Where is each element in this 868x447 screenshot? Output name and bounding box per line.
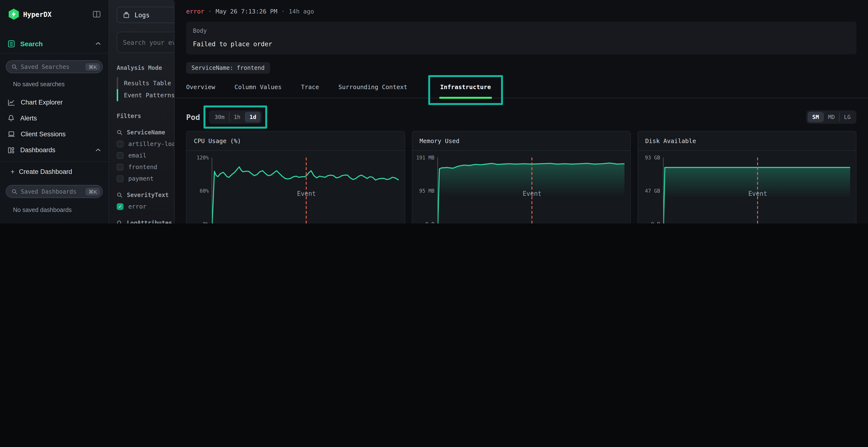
chart-title: CPU Usage (%) [187, 132, 405, 151]
checkbox[interactable] [117, 140, 123, 147]
sidebar-item-label: Alerts [20, 115, 37, 122]
pod-section-title: Pod [186, 112, 200, 122]
sidebar-item-chart-explorer[interactable]: Chart Explorer [0, 94, 108, 110]
analysis-mode-option[interactable]: Event Patterns [117, 89, 174, 101]
chart-icon [8, 99, 15, 106]
search-icon [11, 64, 18, 70]
search-icon [11, 188, 18, 194]
event-search-input[interactable]: Search your events [117, 32, 174, 53]
chart-size-button[interactable]: SM [808, 112, 824, 122]
chart-size-button[interactable]: LG [839, 112, 855, 122]
checkbox[interactable] [117, 203, 123, 210]
y-axis-labels: 120%60%0% [189, 158, 212, 224]
brand-row: HyperDX [0, 0, 108, 20]
separator-dot: · [208, 8, 212, 15]
analysis-mode-options: Results Table Event Patterns [117, 77, 174, 101]
collapse-sidebar-icon[interactable] [93, 10, 101, 18]
pod-memory-chart-card: Memory Used 191 MB95 MB0 B Event May 26 … [412, 131, 631, 224]
filter-values: error [109, 203, 174, 210]
app-root: HyperDX Search Saved Searches ⌘K No save… [0, 0, 868, 224]
presets-toggle[interactable]: PRESETS [0, 213, 108, 224]
filter-group-logattributes: LogAttributes 19350 21734 [109, 220, 174, 224]
chevron-up-icon[interactable] [95, 42, 101, 45]
search-icon [117, 192, 123, 198]
filter-group-name: LogAttributes [127, 220, 172, 224]
chart-size-button[interactable]: MD [824, 112, 839, 122]
tab[interactable]: Trace [301, 83, 319, 98]
create-dashboard-button[interactable]: + Create Dashboard [0, 162, 108, 181]
filter-checkbox-row[interactable]: email [117, 152, 174, 159]
saved-dashboards-placeholder: Saved Dashboards [21, 188, 76, 195]
shortcut-badge: ⌘K [86, 63, 100, 71]
sidebar-item-dashboards[interactable]: Dashboards [0, 142, 108, 158]
filter-group-severitytext: SeverityText error [109, 192, 174, 210]
saved-dashboards-input[interactable]: Saved Dashboards ⌘K [6, 185, 103, 198]
filter-group-header[interactable]: LogAttributes [117, 220, 174, 224]
servicename-chip[interactable]: ServiceName: frontend [186, 62, 270, 74]
chart-plot[interactable]: Event [437, 158, 624, 224]
filter-group-header[interactable]: SeverityText [117, 192, 174, 199]
pod-chart-size-control: SM MD LG [807, 110, 857, 124]
filter-group-servicename: ServiceName artillery-loa email [109, 129, 174, 182]
sidebar: HyperDX Search Saved Searches ⌘K No save… [0, 0, 109, 224]
saved-searches-input[interactable]: Saved Searches ⌘K [6, 60, 103, 73]
sidebar-item-label: Chart Explorer [21, 99, 63, 106]
filter-checkbox-row[interactable]: error [117, 203, 174, 210]
filters-label: Filters [117, 113, 174, 119]
bell-icon [8, 115, 14, 122]
tab[interactable]: Infrastructure [440, 83, 491, 98]
no-saved-dashboards-text: No saved dashboards [0, 198, 108, 213]
analysis-mode-option[interactable]: Results Table [117, 77, 174, 89]
chart-plot[interactable]: Event [212, 158, 399, 224]
sidebar-item-client-sessions[interactable]: Client Sessions [0, 126, 108, 142]
event-marker-label: Event [523, 190, 541, 198]
filter-value-label: payment [128, 175, 154, 182]
y-axis-labels: 93 GB47 GB0 B [641, 158, 663, 224]
tab-label: Overview [186, 83, 215, 91]
event-detail-panel: error · May 26 7:13:26 PM · 14h ago Body… [174, 0, 868, 224]
chevron-up-icon[interactable] [95, 148, 101, 152]
search-config-column: Logs Search your events Analysis Mode Re… [109, 0, 174, 224]
plus-icon: + [10, 168, 14, 175]
chart-title: Disk Available [638, 132, 856, 151]
pod-disk-chart-card: Disk Available 93 GB47 GB0 B Event May 2… [638, 131, 857, 224]
filter-checkbox-row[interactable]: artillery-loa [117, 140, 174, 147]
hyperdx-logo-icon [9, 9, 19, 20]
no-saved-searches-text: No saved searches [0, 73, 108, 88]
checkbox[interactable] [117, 175, 123, 182]
annotation-highlight-pod-range [204, 105, 268, 129]
shortcut-badge: ⌘K [86, 187, 100, 195]
filter-values: artillery-loa email frontend pay [109, 140, 174, 182]
pod-cpu-chart-card: CPU Usage (%) 120%60%0% Event May 26 7:0… [186, 131, 405, 224]
filter-group-name: SeverityText [127, 192, 168, 199]
sidebar-item-alerts[interactable]: Alerts [0, 110, 108, 126]
separator-dot: · [281, 8, 285, 15]
filter-group-header[interactable]: ServiceName [117, 129, 174, 136]
tab[interactable]: Surrounding Context [338, 83, 407, 98]
filter-group-name: ServiceName [127, 129, 165, 136]
filter-checkbox-row[interactable]: payment [117, 175, 174, 182]
source-selector-label: Logs [134, 11, 150, 19]
create-dashboard-label: Create Dashboard [19, 168, 72, 175]
event-search-placeholder: Search your events [123, 39, 174, 46]
y-axis-labels: 191 MB95 MB0 B [415, 158, 437, 224]
event-relative-time: 14h ago [289, 8, 314, 15]
sidebar-item-label: Dashboards [20, 146, 56, 153]
event-body-card[interactable]: Body Failed to place order [186, 22, 857, 55]
sidebar-nav: Chart Explorer Alerts Client Sessions Da… [0, 94, 108, 158]
tab[interactable]: Overview [186, 83, 215, 98]
filter-value-label: frontend [128, 163, 157, 171]
event-timestamp: May 26 7:13:26 PM [216, 8, 277, 15]
tab[interactable]: Column Values [235, 83, 282, 98]
body-value: Failed to place order [193, 40, 850, 48]
tab-label: Column Values [235, 83, 282, 91]
body-label: Body [193, 28, 850, 34]
checkbox[interactable] [117, 152, 123, 159]
event-marker-label: Event [297, 190, 316, 198]
saved-searches-placeholder: Saved Searches [21, 63, 69, 70]
checkbox[interactable] [117, 164, 123, 170]
sidebar-item-search[interactable]: Search [0, 34, 108, 54]
filter-checkbox-row[interactable]: frontend [117, 163, 174, 171]
source-selector-button[interactable]: Logs [117, 7, 174, 23]
chart-plot[interactable]: Event [663, 158, 850, 224]
